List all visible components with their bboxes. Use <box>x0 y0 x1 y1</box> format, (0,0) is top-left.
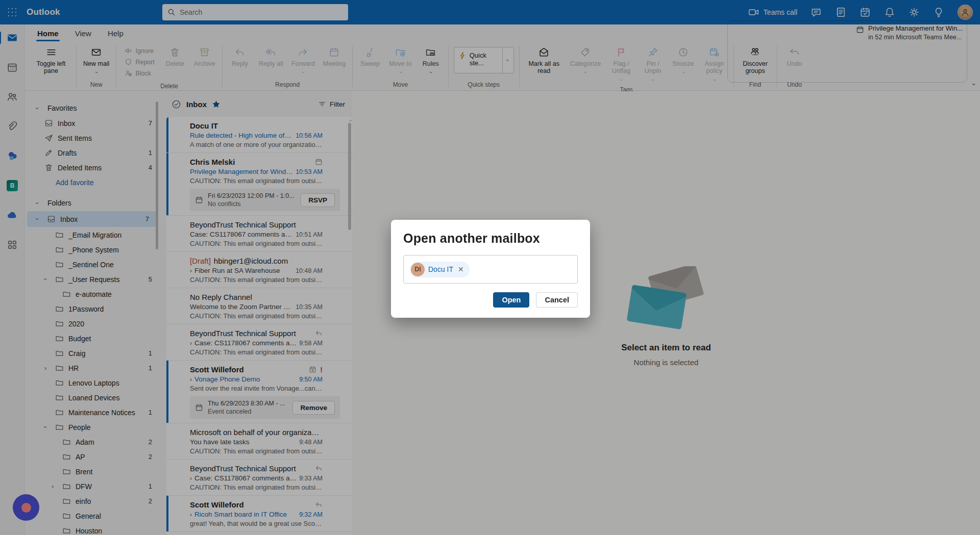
remove-chip-icon[interactable]: ✕ <box>457 265 465 273</box>
dialog-title: Open another mailbox <box>403 231 578 246</box>
open-mailbox-dialog: Open another mailbox DI Docu IT ✕ Open C… <box>391 220 590 318</box>
cancel-button[interactable]: Cancel <box>536 292 578 308</box>
mailbox-picker-input[interactable]: DI Docu IT ✕ <box>403 255 578 284</box>
mailbox-chip[interactable]: DI Docu IT ✕ <box>410 262 470 277</box>
chip-avatar: DI <box>411 263 425 276</box>
chip-name: Docu IT <box>428 265 453 273</box>
open-button[interactable]: Open <box>493 292 529 308</box>
